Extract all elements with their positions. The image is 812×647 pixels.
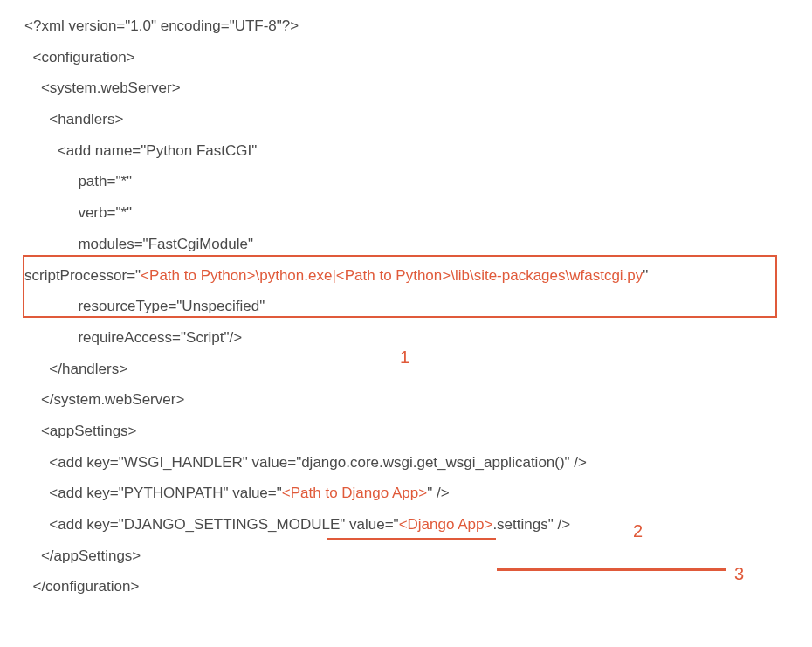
code-line: modules="FastCgiModule" bbox=[24, 229, 788, 260]
add-django-settings-prefix: <add key="DJANGO_SETTINGS_MODULE" value=… bbox=[49, 516, 398, 533]
code-line: <appSettings> bbox=[24, 416, 788, 447]
code-line: <system.webServer> bbox=[24, 72, 788, 104]
tag-configuration-open: <configuration> bbox=[32, 49, 134, 65]
code-line: <add key="DJANGO_SETTINGS_MODULE" value=… bbox=[24, 509, 788, 540]
code-line: <?xml version="1.0" encoding="UTF-8"?> bbox=[24, 10, 788, 42]
tag-handlers-open: <handlers> bbox=[49, 111, 123, 127]
scriptprocessor-path: <Path to Python>\python.exe|<Path to Pyt… bbox=[141, 267, 643, 284]
annotation-number-2: 2 bbox=[633, 513, 643, 549]
add-pythonpath-prefix: <add key="PYTHONPATH" value=" bbox=[49, 485, 281, 501]
code-line: resourceType="Unspecified" bbox=[24, 291, 788, 322]
tag-handlers-close: </handlers> bbox=[49, 361, 127, 377]
add-django-settings-suffix: .settings" /> bbox=[492, 516, 570, 533]
tag-system-webserver-open: <system.webServer> bbox=[41, 79, 181, 96]
code-line: <add key="WSGI_HANDLER" value="django.co… bbox=[24, 447, 788, 478]
code-line: </system.webServer> bbox=[24, 384, 788, 416]
code-line: <configuration> bbox=[24, 42, 788, 73]
code-line: path="*" bbox=[24, 166, 788, 197]
attr-scriptprocessor-prefix: scriptProcessor=" bbox=[24, 267, 141, 284]
pythonpath-value: <Path to Django App> bbox=[282, 485, 427, 501]
code-line: <handlers> bbox=[24, 104, 788, 135]
attr-requireaccess: requireAccess="Script"/> bbox=[78, 329, 242, 346]
attr-resourcetype: resourceType="Unspecified" bbox=[78, 298, 265, 314]
code-line: scriptProcessor="<Path to Python>\python… bbox=[24, 260, 788, 292]
attr-verb: verb="*" bbox=[78, 204, 132, 221]
code-line: <add name="Python FastCGI" bbox=[24, 135, 788, 167]
attr-add-name: <add name="Python FastCGI" bbox=[58, 142, 257, 159]
code-line: <add key="PYTHONPATH" value="<Path to Dj… bbox=[24, 478, 788, 509]
django-app-value: <Django App> bbox=[399, 516, 493, 533]
annotation-number-1: 1 bbox=[400, 339, 409, 375]
xml-code-block: <?xml version="1.0" encoding="UTF-8"?> <… bbox=[24, 10, 788, 602]
tag-configuration-close: </configuration> bbox=[32, 578, 139, 595]
add-pythonpath-suffix: " /> bbox=[427, 485, 449, 501]
add-wsgi-handler: <add key="WSGI_HANDLER" value="django.co… bbox=[49, 454, 587, 471]
xml-declaration: <?xml version="1.0" encoding="UTF-8"?> bbox=[24, 17, 299, 34]
code-line: </configuration> bbox=[24, 571, 788, 602]
code-line: verb="*" bbox=[24, 197, 788, 229]
tag-system-webserver-close: </system.webServer> bbox=[41, 391, 184, 408]
annotation-number-3: 3 bbox=[734, 555, 744, 592]
attr-scriptprocessor-suffix: " bbox=[643, 267, 648, 284]
attr-path: path="*" bbox=[78, 173, 132, 189]
tag-appsettings-open: <appSettings> bbox=[41, 423, 137, 439]
code-line: </appSettings> bbox=[24, 540, 788, 572]
attr-modules: modules="FastCgiModule" bbox=[78, 236, 253, 252]
tag-appsettings-close: </appSettings> bbox=[41, 547, 141, 564]
